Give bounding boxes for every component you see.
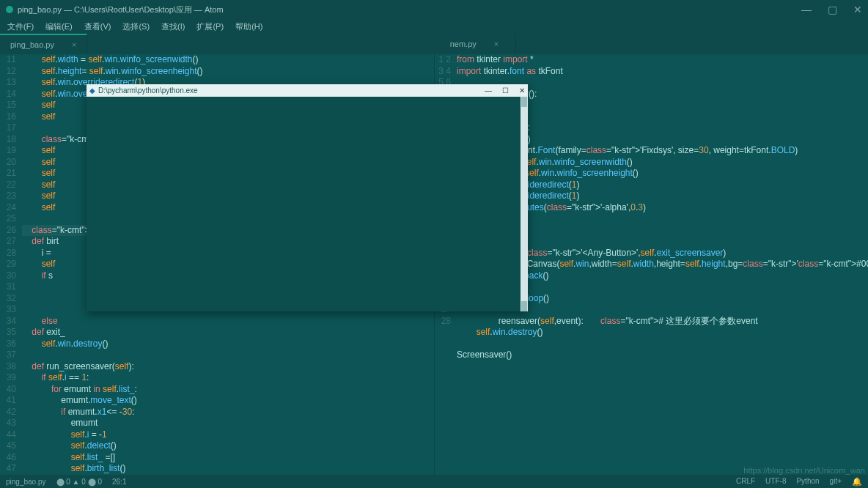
popup-scrollbar[interactable] — [521, 97, 528, 311]
menu-help[interactable]: 帮助(H) — [235, 21, 262, 32]
tab-label: ping_bao.py — [10, 40, 54, 49]
window-title: ping_bao.py — C:\Users\RootUser\Desktop\… — [18, 4, 224, 15]
status-language[interactable]: Python — [796, 477, 819, 487]
python-console-window[interactable]: ◆ D:\pycharm\python\python.exe — ☐ ✕ — [87, 84, 528, 311]
popup-close-icon[interactable]: ✕ — [519, 86, 525, 95]
watermark: https://blog.csdn.net/Unicorn_wan — [743, 466, 865, 475]
status-encoding[interactable]: UTF-8 — [765, 477, 786, 487]
popup-titlebar[interactable]: ◆ D:\pycharm\python\python.exe — ☐ ✕ — [87, 84, 528, 97]
menu-edit[interactable]: 编辑(E) — [45, 21, 73, 32]
status-git[interactable]: git+ — [830, 477, 842, 487]
menu-view[interactable]: 查看(V) — [84, 21, 111, 32]
popup-minimize-icon[interactable]: — — [485, 86, 492, 95]
popup-title-text: D:\pycharm\python\python.exe — [98, 86, 198, 95]
tab-bar: ping_bao.py × nem.py × — [0, 34, 868, 54]
menu-file[interactable]: 文件(F) — [7, 21, 34, 32]
python-icon: ◆ — [89, 86, 95, 95]
window-close-icon[interactable]: ✕ — [853, 4, 862, 15]
window-titlebar: ping_bao.py — C:\Users\RootUser\Desktop\… — [0, 0, 868, 19]
tab-close-icon[interactable]: × — [72, 40, 76, 49]
tab-close-icon[interactable]: × — [494, 40, 499, 48]
status-file[interactable]: ping_bao.py — [6, 478, 46, 486]
popup-body[interactable] — [87, 97, 528, 311]
tab-nem[interactable]: nem.py × — [440, 34, 516, 54]
notifications-icon[interactable]: 🔔 — [852, 477, 862, 487]
status-diagnostics[interactable]: ⬤ 0 ▲ 0 ⬤ 0 — [56, 478, 103, 486]
scroll-thumb-bottom[interactable] — [521, 301, 527, 311]
window-minimize-icon[interactable]: — — [801, 4, 812, 15]
window-maximize-icon[interactable]: ▢ — [828, 4, 837, 15]
app-icon — [6, 6, 13, 13]
menu-select[interactable]: 选择(S) — [122, 21, 150, 32]
tab-label: nem.py — [450, 40, 477, 48]
menu-packages[interactable]: 扩展(P) — [196, 21, 224, 32]
status-cursor-pos[interactable]: 26:1 — [112, 478, 126, 486]
scroll-thumb-top[interactable] — [521, 97, 527, 107]
status-bar: ping_bao.py ⬤ 0 ▲ 0 ⬤ 0 26:1 CRLF UTF-8 … — [0, 475, 868, 488]
menu-bar: 文件(F) 编辑(E) 查看(V) 选择(S) 查找(I) 扩展(P) 帮助(H… — [0, 19, 868, 34]
line-gutter: 11 12 13 14 15 16 17 18 19 20 21 22 23 2… — [0, 54, 22, 475]
popup-maximize-icon[interactable]: ☐ — [502, 86, 509, 95]
status-line-ending[interactable]: CRLF — [736, 477, 755, 487]
tab-ping-bao[interactable]: ping_bao.py × — [0, 34, 87, 54]
menu-find[interactable]: 查找(I) — [161, 21, 185, 32]
